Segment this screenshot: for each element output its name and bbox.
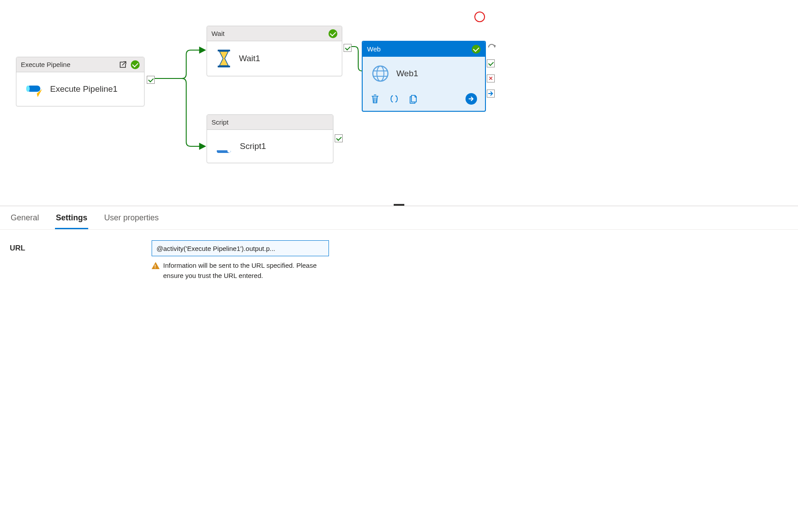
activity-name-label: Web1 bbox=[396, 69, 418, 78]
activity-name-label: Execute Pipeline1 bbox=[50, 84, 117, 94]
activity-header: Execute Pipeline bbox=[16, 57, 144, 72]
activity-web[interactable]: Web Web1 bbox=[362, 41, 486, 112]
activity-type-label: Wait bbox=[211, 30, 224, 37]
output-completion-port[interactable] bbox=[487, 90, 495, 98]
activity-type-label: Execute Pipeline bbox=[21, 61, 70, 68]
code-icon[interactable] bbox=[389, 94, 399, 104]
url-label: URL bbox=[10, 240, 143, 253]
svg-rect-6 bbox=[221, 147, 226, 148]
svg-point-8 bbox=[377, 66, 384, 81]
delete-icon[interactable] bbox=[371, 94, 379, 104]
activity-header: Web bbox=[363, 42, 485, 57]
activity-name-label: Wait1 bbox=[239, 54, 260, 63]
url-warning-text: Information will be sent to the URL spec… bbox=[163, 261, 329, 281]
activity-name-label: Script1 bbox=[240, 141, 266, 151]
svg-rect-5 bbox=[221, 145, 228, 146]
run-icon[interactable] bbox=[466, 93, 477, 105]
activity-script[interactable]: Script Script1 bbox=[207, 114, 333, 163]
svg-point-7 bbox=[373, 66, 388, 81]
output-success-port[interactable] bbox=[147, 76, 155, 84]
activity-wait[interactable]: Wait Wait1 bbox=[207, 26, 342, 76]
annotation-circle bbox=[474, 12, 485, 22]
check-icon bbox=[329, 29, 337, 38]
activity-header: Script bbox=[207, 115, 333, 130]
script-icon bbox=[216, 138, 233, 155]
activity-header: Wait bbox=[207, 26, 342, 41]
tab-general[interactable]: General bbox=[10, 211, 40, 229]
deactivate-icon[interactable] bbox=[488, 43, 496, 51]
pipeline-canvas[interactable]: Execute Pipeline Execute Pipeline1 W bbox=[0, 0, 518, 204]
globe-icon bbox=[372, 65, 389, 82]
settings-form: URL @activity('Execute Pipeline1').outpu… bbox=[0, 230, 798, 291]
warning-icon bbox=[152, 262, 160, 269]
activity-type-label: Web bbox=[367, 45, 381, 53]
open-external-icon[interactable] bbox=[118, 60, 127, 69]
check-icon bbox=[131, 60, 140, 69]
svg-rect-4 bbox=[221, 143, 228, 144]
pipeline-icon bbox=[25, 80, 43, 98]
output-success-port[interactable] bbox=[335, 134, 343, 142]
output-failure-port[interactable]: ✕ bbox=[487, 74, 495, 82]
panel-divider[interactable] bbox=[0, 206, 798, 206]
output-success-port[interactable] bbox=[344, 44, 352, 52]
svg-point-1 bbox=[26, 86, 30, 92]
url-input[interactable]: @activity('Execute Pipeline1').output.p.… bbox=[152, 240, 329, 256]
properties-tabs: General Settings User properties bbox=[0, 206, 798, 230]
copy-icon[interactable] bbox=[409, 94, 418, 104]
activity-execute-pipeline[interactable]: Execute Pipeline Execute Pipeline1 bbox=[16, 57, 145, 106]
check-icon bbox=[472, 45, 481, 54]
output-success-port[interactable] bbox=[487, 59, 495, 67]
tab-user-properties[interactable]: User properties bbox=[103, 211, 160, 229]
hourglass-icon bbox=[216, 49, 232, 68]
activity-type-label: Script bbox=[211, 118, 228, 126]
drag-handle-icon[interactable] bbox=[394, 204, 404, 206]
tab-settings[interactable]: Settings bbox=[55, 211, 88, 229]
